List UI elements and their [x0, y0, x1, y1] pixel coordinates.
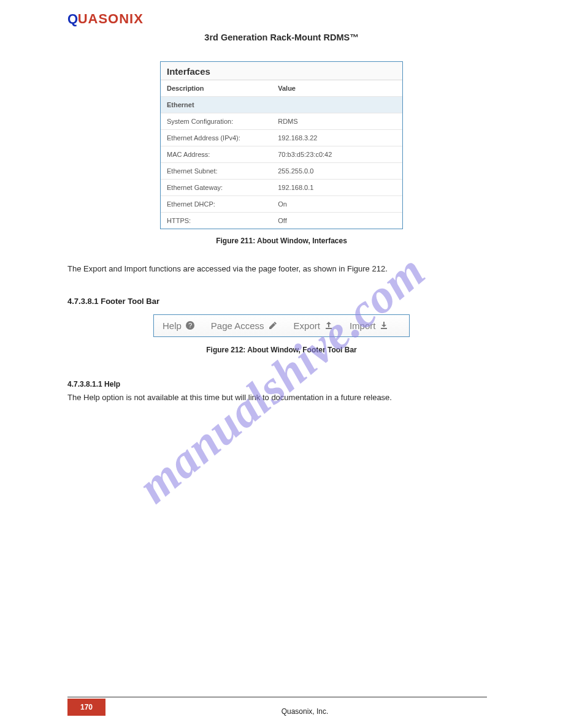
cell-val: RDMS	[272, 113, 402, 129]
heading-footer-toolbar: 4.7.3.8.1 Footer Tool Bar	[67, 297, 496, 306]
table-row: Ethernet Gateway:192.168.0.1	[161, 179, 402, 195]
brand-q: Q	[67, 11, 78, 26]
footer-help-label: Help	[163, 320, 182, 331]
footer-company: Quasonix, Inc.	[123, 707, 487, 716]
figure-212-caption: Figure 212: About Window, Footer Tool Ba…	[67, 346, 496, 354]
table-row: Ethernet DHCP:On	[161, 195, 402, 212]
footer-page-access[interactable]: Page Access	[211, 320, 278, 331]
cell-key: Ethernet Gateway:	[161, 179, 272, 195]
cell-val: On	[272, 195, 402, 212]
footer-toolbar-figure: Help ? Page Access Export Import	[153, 314, 410, 337]
subhead-ethernet: Ethernet	[161, 96, 402, 113]
cell-val: 70:b3:d5:23:c0:42	[272, 146, 402, 162]
export-icon	[324, 320, 334, 330]
cell-key: System Configuration:	[161, 113, 272, 129]
footer-page-access-label: Page Access	[211, 320, 264, 331]
interfaces-panel: Interfaces Description Value Ethernet Sy…	[160, 61, 403, 229]
col-value: Value	[272, 80, 402, 97]
page-footer-rule	[67, 697, 487, 697]
cell-key: Ethernet Subnet:	[161, 162, 272, 179]
footer-export-label: Export	[294, 320, 320, 331]
footer-import-label: Import	[350, 320, 376, 331]
svg-rect-3	[381, 328, 387, 329]
import-icon	[379, 320, 389, 330]
section-help-body: The Help option is not available at this…	[67, 392, 496, 403]
paragraph-after-fig1: The Export and Import functions are acce…	[67, 264, 496, 275]
footer-export[interactable]: Export	[294, 320, 334, 331]
cell-key: MAC Address:	[161, 146, 272, 162]
footer-import[interactable]: Import	[350, 320, 389, 331]
table-row: HTTPS:Off	[161, 212, 402, 229]
figure-211-caption: Figure 211: About Window, Interfaces	[67, 237, 496, 245]
table-row: System Configuration:RDMS	[161, 113, 402, 129]
brand-logo: QUASONIX	[67, 11, 496, 27]
footer-help[interactable]: Help ?	[163, 320, 195, 331]
table-row: MAC Address:70:b3:d5:23:c0:42	[161, 146, 402, 162]
cell-val: 192.168.3.22	[272, 129, 402, 146]
interfaces-title: Interfaces	[161, 62, 402, 80]
col-description: Description	[161, 80, 272, 97]
doc-title: 3rd Generation Rack-Mount RDMS™	[67, 32, 496, 44]
page-number: 170	[67, 699, 105, 716]
cell-key: Ethernet DHCP:	[161, 195, 272, 212]
table-row: Ethernet Address (IPv4):192.168.3.22	[161, 129, 402, 146]
interfaces-table: Description Value Ethernet System Config…	[161, 80, 402, 229]
cell-val: 192.168.0.1	[272, 179, 402, 195]
cell-val: 255.255.0.0	[272, 162, 402, 179]
doc-title-line1: 3rd Generation Rack-Mount RDMS™	[204, 32, 358, 42]
edit-icon	[268, 320, 278, 330]
svg-rect-2	[326, 328, 332, 329]
cell-key: Ethernet Address (IPv4):	[161, 129, 272, 146]
section-help-heading: 4.7.3.8.1.1 Help	[67, 380, 496, 389]
help-icon: ?	[185, 320, 195, 330]
brand-rest: UASONIX	[78, 11, 144, 26]
cell-key: HTTPS:	[161, 212, 272, 229]
cell-val: Off	[272, 212, 402, 229]
svg-text:?: ?	[188, 322, 192, 329]
table-row: Ethernet Subnet:255.255.0.0	[161, 162, 402, 179]
